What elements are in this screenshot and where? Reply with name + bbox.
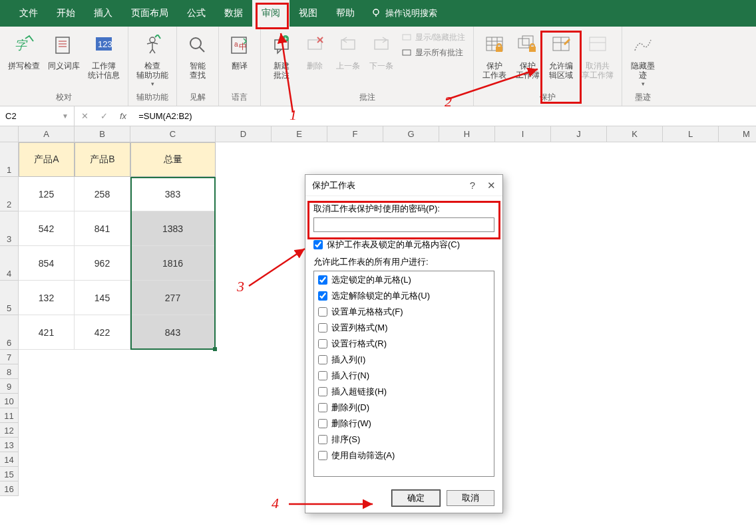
- workbook-stats-button[interactable]: 123 工作簿 统计信息: [84, 29, 124, 83]
- cancel-button[interactable]: 取消: [447, 490, 494, 506]
- next-comment-button[interactable]: 下一条: [365, 29, 398, 73]
- protect-workbook-button[interactable]: 保护 工作簿: [511, 29, 544, 83]
- show-all-comments-button[interactable]: 显示所有批注: [402, 47, 465, 59]
- row-header[interactable]: 12: [0, 423, 19, 438]
- cell[interactable]: 542: [19, 211, 75, 246]
- protectbook-icon: [517, 32, 538, 59]
- tab-file[interactable]: 文件: [10, 0, 47, 27]
- cell[interactable]: 132: [19, 281, 75, 315]
- col-header-D[interactable]: D: [216, 126, 272, 142]
- cell[interactable]: 422: [75, 315, 130, 350]
- col-header-F[interactable]: F: [327, 126, 383, 142]
- protect-sheet-button[interactable]: 保护 工作表: [478, 29, 511, 83]
- perm-item[interactable]: 选定解除锁定的单元格(U): [318, 290, 490, 302]
- perm-item[interactable]: 插入超链接(H): [318, 386, 490, 398]
- col-header-A[interactable]: A: [19, 126, 75, 142]
- hide-ink-button[interactable]: 隐藏墨 迹 ▾: [626, 29, 660, 90]
- translate-button[interactable]: a中 翻译: [223, 29, 256, 73]
- spellcheck-button[interactable]: 字 拼写检查: [4, 29, 44, 73]
- row-header[interactable]: 13: [0, 438, 19, 452]
- tab-insert[interactable]: 插入: [85, 0, 122, 27]
- col-header-G[interactable]: G: [383, 126, 439, 142]
- perm-item[interactable]: 使用自动筛选(A): [318, 450, 490, 462]
- cell[interactable]: 145: [75, 281, 130, 315]
- tab-help[interactable]: 帮助: [327, 0, 364, 27]
- accept-formula-icon[interactable]: ✓: [100, 111, 108, 121]
- allow-edit-ranges-button[interactable]: 允许编 辑区域: [544, 29, 578, 83]
- cell[interactable]: 产品A: [19, 142, 75, 177]
- smart-lookup-button[interactable]: 智能 查找: [181, 29, 214, 83]
- perm-item[interactable]: 排序(S): [318, 434, 490, 446]
- perm-item[interactable]: 选定锁定的单元格(L): [318, 274, 490, 286]
- row-header[interactable]: 7: [0, 350, 19, 364]
- name-box[interactable]: C2 ▼: [0, 106, 75, 126]
- cell[interactable]: 841: [75, 211, 130, 246]
- cell[interactable]: 产品B: [75, 142, 130, 177]
- cell[interactable]: 854: [19, 246, 75, 281]
- tab-formulas[interactable]: 公式: [178, 0, 215, 27]
- close-icon[interactable]: ✕: [487, 180, 496, 192]
- thesaurus-button[interactable]: 同义词库: [44, 29, 84, 73]
- new-comment-button[interactable]: + 新建 批注: [265, 29, 298, 83]
- cancel-formula-icon[interactable]: ✕: [81, 111, 89, 121]
- col-header-L[interactable]: L: [663, 126, 719, 142]
- perm-item[interactable]: 设置单元格格式(F): [318, 306, 490, 318]
- cell[interactable]: 258: [75, 177, 130, 211]
- password-input[interactable]: [313, 217, 494, 232]
- check-accessibility-button[interactable]: 检查 辅助功能 ▾: [132, 29, 172, 90]
- unshare-workbook-button[interactable]: 取消共 享工作簿: [578, 29, 618, 83]
- row-header[interactable]: 4: [0, 246, 19, 281]
- dialog-titlebar[interactable]: 保护工作表 ? ✕: [305, 175, 502, 196]
- row-header[interactable]: 1: [0, 142, 19, 177]
- cell[interactable]: 421: [19, 315, 75, 350]
- tab-data[interactable]: 数据: [215, 0, 252, 27]
- perm-item[interactable]: 设置列格式(M): [318, 322, 490, 334]
- row-header[interactable]: 11: [0, 408, 19, 423]
- tab-review[interactable]: 审阅: [252, 0, 289, 27]
- col-header-C[interactable]: C: [130, 126, 216, 142]
- cell[interactable]: 962: [75, 246, 130, 281]
- protect-contents-checkbox[interactable]: 保护工作表及锁定的单元格内容(C): [313, 239, 494, 251]
- tab-home[interactable]: 开始: [47, 0, 85, 27]
- cell[interactable]: 125: [19, 177, 75, 211]
- prev-comment-button[interactable]: 上一条: [331, 29, 365, 73]
- next-icon: [371, 32, 392, 59]
- ok-button[interactable]: 确定: [392, 490, 440, 506]
- row-header[interactable]: 2: [0, 177, 19, 211]
- col-header-J[interactable]: J: [551, 126, 607, 142]
- row-header[interactable]: 8: [0, 364, 19, 379]
- perm-item[interactable]: 删除列(D): [318, 402, 490, 414]
- col-header-B[interactable]: B: [75, 126, 130, 142]
- row-header[interactable]: 16: [0, 481, 19, 496]
- tell-me-search[interactable]: 操作说明搜索: [371, 7, 437, 19]
- chevron-down-icon[interactable]: ▼: [62, 112, 69, 120]
- fill-handle[interactable]: [213, 347, 217, 351]
- perm-item[interactable]: 插入列(I): [318, 354, 490, 366]
- row-header[interactable]: 15: [0, 467, 19, 481]
- row-header[interactable]: 14: [0, 452, 19, 467]
- delete-comment-button[interactable]: 删除: [298, 29, 331, 73]
- tab-view[interactable]: 视图: [289, 0, 327, 27]
- fx-icon[interactable]: fx: [120, 111, 126, 121]
- row-header[interactable]: 9: [0, 379, 19, 394]
- perm-item[interactable]: 删除行(W): [318, 418, 490, 430]
- tab-pagelayout[interactable]: 页面布局: [122, 0, 178, 27]
- show-hide-comment-button[interactable]: 显示/隐藏批注: [402, 32, 465, 43]
- row-header[interactable]: 6: [0, 315, 19, 350]
- row-header[interactable]: 3: [0, 211, 19, 246]
- col-header-E[interactable]: E: [272, 126, 327, 142]
- col-header-K[interactable]: K: [607, 126, 663, 142]
- row-header[interactable]: 5: [0, 281, 19, 315]
- help-icon[interactable]: ?: [470, 180, 475, 192]
- permissions-list[interactable]: 选定锁定的单元格(L) 选定解除锁定的单元格(U) 设置单元格格式(F) 设置列…: [313, 271, 494, 477]
- formula-input[interactable]: =SUM(A2:B2): [133, 111, 756, 121]
- col-header-M[interactable]: M: [719, 126, 756, 142]
- col-header-I[interactable]: I: [495, 126, 551, 142]
- col-header-H[interactable]: H: [439, 126, 495, 142]
- select-all-corner[interactable]: [0, 126, 19, 142]
- cell[interactable]: 总量: [130, 142, 216, 177]
- row-header[interactable]: 10: [0, 394, 19, 408]
- perm-item[interactable]: 插入行(N): [318, 370, 490, 382]
- perm-item[interactable]: 设置行格式(R): [318, 338, 490, 350]
- svg-point-9: [150, 37, 155, 43]
